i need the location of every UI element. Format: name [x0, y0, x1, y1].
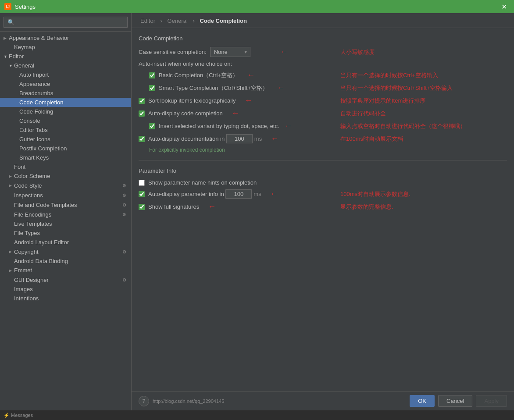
- sidebar-tree: ▶Appearance & BehaviorKeymap▼Editor▼Gene…: [0, 32, 131, 410]
- sidebar-item-editor-tabs[interactable]: Editor Tabs: [0, 125, 131, 135]
- sidebar-item-label: Gutter Icons: [19, 136, 128, 142]
- auto-doc-ms-input[interactable]: [226, 134, 253, 143]
- sidebar-item-inspections[interactable]: Inspections⚙: [0, 190, 131, 200]
- basic-completion-note: 当只有一个选择的时候按Ctrl+空格输入: [340, 71, 438, 79]
- ok-button[interactable]: OK: [410, 395, 435, 407]
- auto-insert-label: Auto-insert when only one choice on:: [139, 61, 232, 67]
- sidebar-item-gui-designer[interactable]: GUI Designer⚙: [0, 275, 131, 285]
- search-input[interactable]: [4, 17, 128, 28]
- sidebar-item-label: Android Data Binding: [14, 258, 128, 264]
- show-full-sig-label: Show full signatures: [148, 203, 199, 210]
- sidebar-item-label: Auto Import: [19, 71, 128, 78]
- sidebar-item-file-code-templates[interactable]: File and Code Templates⚙: [0, 200, 131, 210]
- sidebar-item-color-scheme[interactable]: ▶Color Scheme: [0, 171, 131, 181]
- settings-content: Code Completion Case sensitive completio…: [132, 28, 514, 391]
- sidebar-item-breadcrumbs[interactable]: Breadcrumbs: [0, 89, 131, 98]
- case-sensitive-dropdown[interactable]: None All First letter: [210, 47, 250, 57]
- help-button[interactable]: ?: [139, 396, 149, 406]
- sidebar-item-label: File Encodings: [14, 211, 121, 218]
- section-divider: [139, 160, 507, 160]
- settings-icon: ⚙: [121, 248, 128, 255]
- content-area: Editor › General › Code Completion Code …: [132, 13, 514, 410]
- statusbar-text: ⚡ Messages: [4, 413, 33, 418]
- smart-completion-label: Smart Type Completion（Ctrl+Shift+空格）: [159, 84, 268, 92]
- show-param-hints-checkbox[interactable]: [139, 180, 145, 186]
- auto-param-ms-input[interactable]: [225, 189, 252, 199]
- sidebar-item-file-encodings[interactable]: File Encodings⚙: [0, 210, 131, 219]
- sidebar-item-appearance-behavior[interactable]: ▶Appearance & Behavior: [0, 33, 131, 43]
- auto-param-ms-label: ms: [253, 191, 261, 197]
- sidebar-item-label: Editor Tabs: [19, 127, 128, 133]
- sort-lookup-checkbox-row: Sort lookup items lexicographically: [139, 97, 236, 104]
- auto-param-checkbox[interactable]: [139, 191, 145, 197]
- show-full-sig-checkbox[interactable]: [139, 204, 145, 210]
- arrow-basic: ←: [247, 71, 255, 80]
- sidebar-item-postfix-completion[interactable]: Postfix Completion: [0, 144, 131, 153]
- sidebar-item-label: Color Scheme: [14, 173, 128, 179]
- auto-doc-left: Auto-display documentation in ms ←: [139, 134, 340, 143]
- triangle-icon: ▶: [9, 249, 14, 254]
- sidebar-item-label: Console: [19, 117, 128, 124]
- sidebar-item-keymap[interactable]: Keymap: [0, 43, 131, 52]
- apply-button[interactable]: Apply: [476, 395, 507, 407]
- sort-lookup-checkbox[interactable]: [139, 98, 145, 104]
- main-container: ▶Appearance & BehaviorKeymap▼Editor▼Gene…: [0, 13, 514, 410]
- sidebar-item-label: File and Code Templates: [14, 202, 121, 208]
- sidebar-item-label: Android Layout Editor: [14, 239, 128, 246]
- breadcrumb-general: General: [168, 18, 188, 24]
- bottom-bar-left: ? http://blog.csdn.net/qq_22904145: [139, 396, 406, 406]
- auto-param-label: Auto-display parameter info in: [148, 191, 224, 197]
- sidebar-item-general[interactable]: ▼General: [0, 61, 131, 70]
- cancel-button[interactable]: Cancel: [438, 395, 472, 407]
- sidebar-item-label: Breadcrumbs: [19, 90, 128, 96]
- sort-lookup-left: Sort lookup items lexicographically ←: [139, 96, 340, 105]
- auto-display-left: Auto-display code completion ←: [139, 109, 340, 118]
- hint-text: For explicitly invoked completion: [149, 147, 507, 153]
- sidebar-item-code-style[interactable]: ▶Code Style⚙: [0, 181, 131, 190]
- sidebar-item-gutter-icons[interactable]: Gutter Icons: [0, 135, 131, 144]
- sidebar-item-label: Editor: [9, 53, 128, 60]
- arrow-auto-doc: ←: [271, 134, 278, 143]
- basic-completion-checkbox-row: Basic Completion（Ctrl+空格）: [139, 71, 238, 79]
- sidebar-item-editor[interactable]: ▼Editor: [0, 52, 131, 61]
- sidebar-item-emmet[interactable]: ▶Emmet: [0, 266, 131, 275]
- sidebar-item-smart-keys[interactable]: Smart Keys: [0, 153, 131, 162]
- basic-completion-row: Basic Completion（Ctrl+空格） ← 当只有一个选择的时候按C…: [139, 71, 507, 80]
- insert-selected-note: 输入点或空格时自动进行代码补全（这个很棒哦）: [340, 122, 466, 130]
- case-sensitive-left: Case sensitive completion: None All Firs…: [139, 47, 340, 57]
- sidebar-item-label: Inspections: [14, 192, 121, 199]
- sidebar-item-appearance[interactable]: Appearance: [0, 79, 131, 89]
- sidebar-item-android-data-binding[interactable]: Android Data Binding: [0, 256, 131, 266]
- close-button[interactable]: ✕: [499, 2, 510, 12]
- arrow-smart: ←: [277, 83, 285, 93]
- sidebar-item-font[interactable]: Font: [0, 162, 131, 171]
- sidebar-item-code-folding[interactable]: Code Folding: [0, 107, 131, 116]
- sidebar-item-label: GUI Designer: [14, 277, 121, 283]
- sidebar-item-console[interactable]: Console: [0, 116, 131, 125]
- sidebar-item-live-templates[interactable]: Live Templates: [0, 219, 131, 228]
- sidebar-item-label: Smart Keys: [19, 154, 128, 161]
- breadcrumb-current: Code Completion: [200, 18, 247, 24]
- sidebar-item-intentions[interactable]: Intentions: [0, 294, 131, 303]
- sidebar-item-auto-import[interactable]: Auto Import: [0, 70, 131, 79]
- sidebar-item-android-layout-editor[interactable]: Android Layout Editor: [0, 238, 131, 247]
- auto-display-checkbox[interactable]: [139, 110, 145, 117]
- sidebar-item-file-types[interactable]: File Types: [0, 228, 131, 238]
- show-param-hints-left: Show parameter name hints on completion: [139, 179, 340, 186]
- auto-doc-checkbox[interactable]: [139, 136, 145, 142]
- basic-completion-left: Basic Completion（Ctrl+空格） ←: [139, 71, 340, 80]
- smart-completion-checkbox[interactable]: [149, 85, 155, 91]
- arrow-auto-display: ←: [232, 109, 239, 118]
- insert-selected-checkbox[interactable]: [149, 123, 155, 129]
- bottom-bar: ? http://blog.csdn.net/qq_22904145 OK Ca…: [132, 391, 514, 410]
- smart-completion-left: Smart Type Completion（Ctrl+Shift+空格） ←: [139, 83, 340, 93]
- breadcrumb-editor: Editor: [140, 18, 155, 24]
- sidebar-item-label: Keymap: [14, 44, 128, 50]
- sidebar-item-copyright[interactable]: ▶Copyright⚙: [0, 247, 131, 256]
- basic-completion-checkbox[interactable]: [149, 72, 155, 78]
- sidebar-item-label: General: [14, 62, 128, 69]
- sidebar-item-label: Emmet: [14, 267, 128, 274]
- sort-lookup-row: Sort lookup items lexicographically ← 按照…: [139, 96, 507, 105]
- sidebar-item-images[interactable]: Images: [0, 285, 131, 294]
- sidebar-item-code-completion[interactable]: Code Completion: [0, 98, 131, 107]
